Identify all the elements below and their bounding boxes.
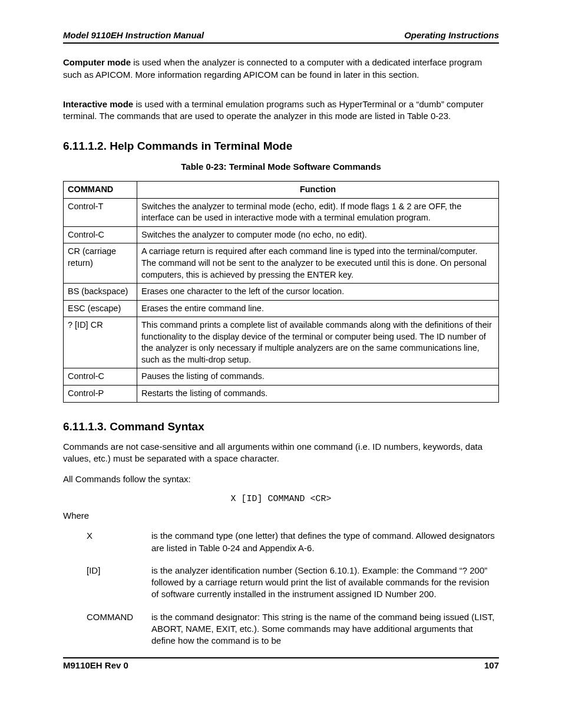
cell-function: Restarts the listing of commands.	[137, 386, 499, 403]
table-row: ? [ID] CRThis command prints a complete …	[64, 317, 499, 368]
cell-function: This command prints a complete list of a…	[137, 317, 499, 368]
body-section: Computer mode is used when the analyzer …	[63, 57, 499, 647]
cell-command: Control-P	[64, 386, 137, 403]
cell-function: A carriage return is required after each…	[137, 243, 499, 284]
definition-row: [ID]is the analyzer identification numbe…	[87, 565, 499, 601]
definition-term: X	[87, 530, 151, 554]
cell-command: Control-T	[64, 198, 137, 226]
cell-function: Erases one character to the left of the …	[137, 284, 499, 301]
table-row: Control-CPauses the listing of commands.	[64, 368, 499, 386]
cell-command: ? [ID] CR	[64, 317, 137, 368]
paragraph-computer-mode: Computer mode is used when the analyzer …	[63, 57, 499, 81]
definition-term: [ID]	[87, 565, 151, 601]
cell-function: Switches the analyzer to terminal mode (…	[137, 198, 499, 226]
cell-command: Control-C	[64, 368, 137, 386]
table-row: Control-PRestarts the listing of command…	[64, 386, 499, 403]
bold-computer-mode: Computer mode	[63, 57, 131, 67]
definition-row: COMMANDis the command designator: This s…	[87, 611, 499, 647]
definition-list: Xis the command type (one letter) that d…	[87, 530, 499, 647]
cell-command: ESC (escape)	[64, 300, 137, 317]
table-header-row: COMMAND Function	[64, 182, 499, 199]
table-row: Control-CSwitches the analyzer to comput…	[64, 226, 499, 243]
paragraph-interactive-mode: Interactive mode is used with a terminal…	[63, 98, 499, 123]
cell-function: Pauses the listing of commands.	[137, 368, 499, 386]
cell-command: Control-C	[64, 226, 137, 243]
syntax-code: X [ID] COMMAND <CR>	[63, 493, 499, 505]
paragraph-syntax-follow: All Commands follow the syntax:	[63, 473, 499, 485]
header-right: Operating Instructions	[404, 29, 499, 41]
cell-function: Switches the analyzer to computer mode (…	[137, 226, 499, 243]
definition-term: COMMAND	[87, 611, 151, 647]
commands-table: COMMAND Function Control-TSwitches the a…	[63, 181, 499, 402]
header-left: Model 9110EH Instruction Manual	[63, 29, 204, 41]
heading-command-syntax: 6.11.1.3. Command Syntax	[63, 419, 499, 434]
cell-command: BS (backspace)	[64, 284, 137, 301]
paragraph-syntax-intro: Commands are not case-sensitive and all …	[63, 441, 499, 465]
footer-right: 107	[484, 660, 499, 671]
table-row: ESC (escape)Erases the entire command li…	[64, 300, 499, 317]
table-row: CR (carriage return)A carriage return is…	[64, 243, 499, 284]
page-footer: M9110EH Rev 0 107	[63, 657, 499, 671]
page-header: Model 9110EH Instruction Manual Operatin…	[63, 29, 499, 44]
definition-description: is the analyzer identification number (S…	[151, 565, 499, 601]
table-row: BS (backspace)Erases one character to th…	[64, 284, 499, 301]
th-command: COMMAND	[64, 182, 137, 199]
definition-row: Xis the command type (one letter) that d…	[87, 530, 499, 554]
definition-description: is the command designator: This string i…	[151, 611, 499, 647]
footer-left: M9110EH Rev 0	[63, 660, 128, 671]
table-row: Control-TSwitches the analyzer to termin…	[64, 198, 499, 226]
th-function: Function	[137, 182, 499, 199]
definition-description: is the command type (one letter) that de…	[151, 530, 499, 554]
where-label: Where	[63, 510, 499, 522]
table-caption: Table 0-23: Terminal Mode Software Comma…	[63, 161, 499, 173]
bold-interactive-mode: Interactive mode	[63, 99, 133, 109]
cell-function: Erases the entire command line.	[137, 300, 499, 317]
heading-help-commands: 6.11.1.2. Help Commands in Terminal Mode	[63, 139, 499, 154]
cell-command: CR (carriage return)	[64, 243, 137, 284]
